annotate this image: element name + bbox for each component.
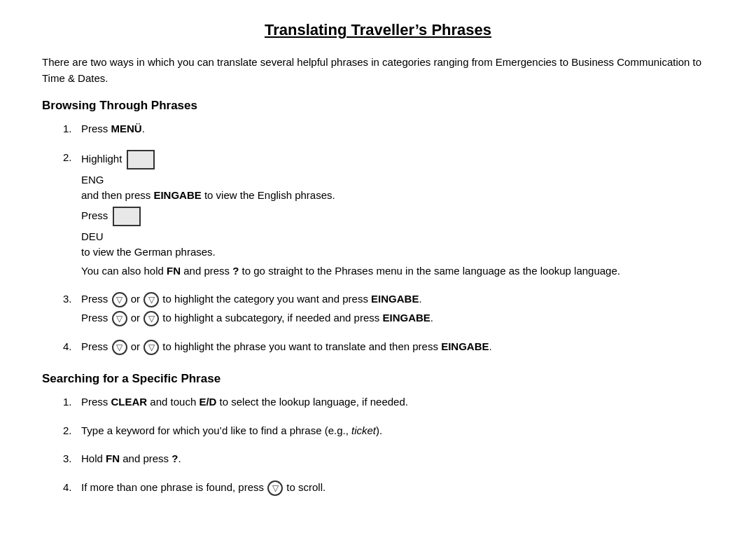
deu-icon — [113, 207, 141, 226]
list-item-content: Press ▽ or ▽ to highlight the category y… — [81, 291, 714, 329]
list-item-line1: Press ▽ or ▽ to highlight the phrase you… — [81, 339, 714, 355]
key-label: EINGABE — [371, 293, 419, 305]
list-item-line1: Highlight — [81, 150, 714, 169]
key-label: EINGABE — [441, 340, 489, 352]
eng-icon — [127, 150, 155, 169]
down-arrow-icon6: ▽ — [144, 340, 159, 355]
section1-heading: Browsing Through Phrases — [42, 99, 714, 113]
list-item-text: Press CLEAR and touch E/D to select the … — [81, 394, 714, 410]
key-label: MENÜ — [111, 123, 142, 134]
key-label: FN — [106, 452, 120, 464]
list-item-text: Hold FN and press ?. — [81, 451, 714, 467]
down-arrow-icon7: ▽ — [267, 480, 283, 496]
list-item-line2: Press ▽ or ▽ to highlight a subcategory,… — [81, 310, 714, 326]
list-item-content: Press CLEAR and touch E/D to select the … — [81, 394, 714, 413]
lcd-screen-deu: DEU — [81, 229, 714, 245]
key-label: FN — [167, 265, 181, 277]
list-item: Press ▽ or ▽ to highlight the phrase you… — [63, 339, 714, 358]
down-arrow-icon4: ▽ — [144, 311, 159, 326]
down-arrow-icon5: ▽ — [112, 340, 127, 355]
list-item-text: If more than one phrase is found, press … — [81, 480, 714, 496]
down-arrow-icon2: ▽ — [144, 292, 159, 307]
page-title: Translating Traveller’s Phrases — [42, 21, 714, 39]
list-item-text: Press MENÜ. — [81, 121, 714, 137]
list-item-content: Highlight ENG and then press EINGABE to … — [81, 150, 714, 282]
list-item-content: Press MENÜ. — [81, 121, 714, 140]
list-item-content: Type a keyword for which you’d like to f… — [81, 423, 714, 442]
list-item-content: Hold FN and press ?. — [81, 451, 714, 470]
down-arrow-icon3: ▽ — [112, 311, 127, 326]
list-item: Highlight ENG and then press EINGABE to … — [63, 150, 714, 282]
list-item-line1: Press ▽ or ▽ to highlight the category y… — [81, 291, 714, 307]
section2-heading: Searching for a Specific Phrase — [42, 372, 714, 386]
page-container: Translating Traveller’s Phrases There ar… — [42, 21, 714, 513]
list-item: Press ▽ or ▽ to highlight the category y… — [63, 291, 714, 329]
list-item: Press MENÜ. — [63, 121, 714, 140]
section1-list: Press MENÜ. Highlight ENG and then press… — [42, 121, 714, 358]
key-label: CLEAR — [111, 396, 148, 408]
key-label: E/D — [199, 396, 216, 408]
list-item: Hold FN and press ?. — [63, 451, 714, 470]
key-label: EINGABE — [382, 312, 430, 324]
key-label: EINGABE — [153, 189, 201, 201]
key-label: ? — [172, 452, 178, 464]
list-item-content: If more than one phrase is found, press … — [81, 480, 714, 499]
section2-list: Press CLEAR and touch E/D to select the … — [42, 394, 714, 499]
example-word: ticket — [351, 424, 376, 436]
lcd-screen-eng: ENG — [81, 172, 714, 188]
list-item: If more than one phrase is found, press … — [63, 480, 714, 499]
list-item-text: Type a keyword for which you’d like to f… — [81, 423, 714, 439]
down-arrow-icon: ▽ — [112, 292, 127, 307]
list-item-line2: Press — [81, 207, 714, 226]
list-item: Press CLEAR and touch E/D to select the … — [63, 394, 714, 413]
list-item-line3: You can also hold FN and press ? to go s… — [81, 263, 714, 279]
list-item-content: Press ▽ or ▽ to highlight the phrase you… — [81, 339, 714, 358]
list-item: Type a keyword for which you’d like to f… — [63, 423, 714, 442]
key-label: ? — [232, 265, 239, 277]
intro-text: There are two ways in which you can tran… — [42, 55, 714, 86]
